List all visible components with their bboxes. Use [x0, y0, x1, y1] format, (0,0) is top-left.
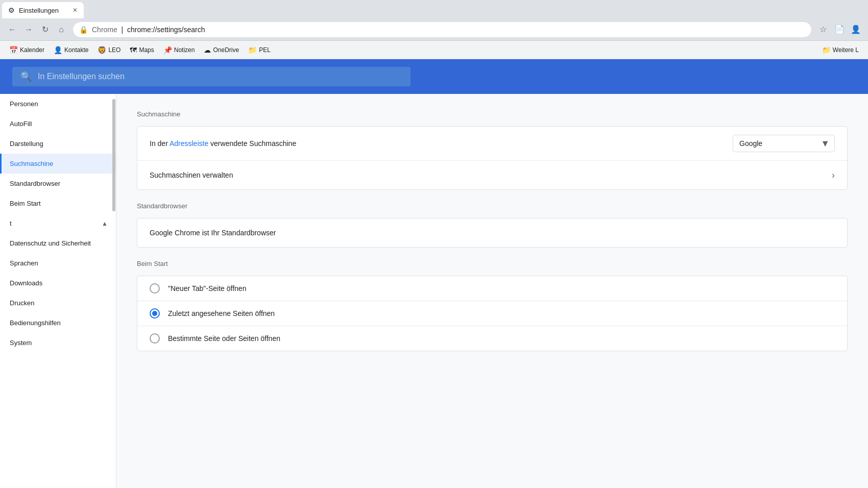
pel-label: PEL	[259, 46, 271, 54]
standardbrowser-section-title: Standardbrowser	[137, 202, 848, 210]
nav-buttons: ← → ↻ ⌂	[5, 22, 68, 37]
beim-start-card: "Neuer Tab"-Seite öffnen Zuletzt angeseh…	[137, 276, 848, 351]
onedrive-icon: ☁	[204, 46, 211, 54]
bookmark-star-button[interactable]: ☆	[816, 22, 830, 37]
pel-icon: 📁	[248, 46, 257, 54]
address-lock-icon: 🔒	[79, 26, 88, 34]
bookmark-kalender[interactable]: 📅 Kalender	[5, 44, 49, 56]
standardbrowser-message-row: Google Chrome ist Ihr Standardbrowser	[137, 218, 847, 247]
profile-button[interactable]: 👤	[849, 22, 863, 37]
settings-main: Suchmaschine In der Adressleiste verwend…	[116, 94, 868, 488]
sidebar-item-autofill[interactable]: AutoFill	[0, 114, 116, 134]
sidebar-item-drucken[interactable]: Drucken	[0, 293, 116, 313]
maps-label: Maps	[139, 46, 154, 54]
chrome-label: Chrome	[92, 26, 117, 34]
settings-sidebar: Personen AutoFill Darstellung Suchmaschi…	[0, 94, 116, 488]
address-bar-post: verwendete Suchmaschine	[208, 139, 296, 148]
address-bar-engine-row: In der Adressleiste verwendete Suchmasch…	[137, 127, 847, 161]
bookmark-notizen[interactable]: 📌 Notizen	[159, 44, 199, 56]
radio-row-bestimmte[interactable]: Bestimmte Seite oder Seiten öffnen	[137, 326, 847, 351]
radio-neuer-tab-label: "Neuer Tab"-Seite öffnen	[168, 284, 246, 292]
bookmarks-bar: 📅 Kalender 👤 Kontakte 🦁 LEO 🗺 Maps 📌 Not…	[0, 41, 868, 59]
radio-zuletzt[interactable]	[150, 308, 160, 319]
settings-search-input[interactable]	[38, 72, 402, 81]
sidebar-item-standardbrowser[interactable]: Standardbrowser	[0, 174, 116, 193]
sidebar-item-personen[interactable]: Personen	[0, 94, 116, 114]
sidebar-item-darstellung[interactable]: Darstellung	[0, 134, 116, 154]
bookmark-onedrive[interactable]: ☁ OneDrive	[200, 44, 243, 56]
beim-start-section-title: Beim Start	[137, 260, 848, 267]
kalender-icon: 📅	[9, 46, 18, 54]
engine-select[interactable]: Google Bing Yahoo DuckDuckGo	[733, 135, 835, 152]
browser-actions: ☆ 📄 👤	[816, 22, 863, 37]
address-path: chrome://settings/search	[127, 26, 205, 34]
active-tab[interactable]: ⚙ Einstellungen ✕	[2, 2, 84, 18]
bookmarks-more[interactable]: 📁 Weitere L	[818, 44, 863, 56]
radio-row-neuer-tab[interactable]: "Neuer Tab"-Seite öffnen	[137, 276, 847, 301]
sidebar-item-bedienungshilfen[interactable]: Bedienungshilfen	[0, 313, 116, 333]
radio-bestimmte-label: Bestimmte Seite oder Seiten öffnen	[168, 334, 280, 343]
kontakte-icon: 👤	[54, 46, 62, 54]
expand-icon: ▲	[102, 220, 108, 227]
radio-zuletzt-label: Zuletzt angesehene Seiten öffnen	[168, 309, 275, 318]
settings-layout: 🔍 Personen AutoFill Darstellung Suchmasc…	[0, 59, 868, 488]
notizen-icon: 📌	[163, 46, 172, 54]
adressleiste-link[interactable]: Adressleiste	[170, 139, 208, 148]
sidebar-item-downloads[interactable]: Downloads	[0, 273, 116, 293]
forward-button[interactable]: →	[21, 22, 36, 37]
onedrive-label: OneDrive	[213, 46, 239, 54]
address-bar[interactable]: 🔒 Chrome | chrome://settings/search	[73, 21, 812, 38]
bookmark-pel[interactable]: 📁 PEL	[244, 44, 275, 56]
address-separator: |	[119, 26, 125, 34]
sidebar-item-datenschutz[interactable]: Datenschutz und Sicherheit	[0, 233, 116, 253]
address-bar-pre: In der	[150, 139, 170, 148]
kalender-label: Kalender	[20, 46, 44, 54]
manage-engines-chevron: ›	[832, 170, 835, 181]
tab-title: Einstellungen	[19, 7, 68, 14]
sidebar-item-suchmaschine[interactable]: Suchmaschine	[0, 154, 116, 174]
tab-favicon: ⚙	[8, 6, 15, 14]
suchmaschine-section-title: Suchmaschine	[137, 110, 848, 118]
leo-label: LEO	[108, 46, 120, 54]
bookmark-leo[interactable]: 🦁 LEO	[93, 44, 125, 56]
back-button[interactable]: ←	[5, 22, 19, 37]
standardbrowser-message: Google Chrome ist Ihr Standardbrowser	[150, 229, 835, 237]
sidebar-item-system[interactable]: System	[0, 333, 116, 353]
bookmark-kontakte[interactable]: 👤 Kontakte	[50, 44, 92, 56]
home-button[interactable]: ⌂	[54, 22, 68, 37]
radio-bestimmte[interactable]	[150, 333, 160, 344]
sidebar-item-beim-start[interactable]: Beim Start	[0, 193, 116, 213]
suchmaschine-card: In der Adressleiste verwendete Suchmasch…	[137, 126, 848, 190]
sidebar-scrollbar-thumb	[112, 99, 115, 211]
address-bar-engine-label: In der Adressleiste verwendete Suchmasch…	[150, 139, 733, 148]
settings-search-icon: 🔍	[20, 71, 32, 82]
address-bar-text: Chrome | chrome://settings/search	[92, 26, 805, 34]
leo-icon: 🦁	[98, 46, 106, 54]
more-folder-icon: 📁	[822, 46, 831, 54]
tab-close-button[interactable]: ✕	[73, 7, 78, 14]
sidebar-scrollbar[interactable]	[112, 94, 116, 488]
settings-body: Personen AutoFill Darstellung Suchmaschi…	[0, 94, 868, 488]
pdf-viewer-button[interactable]: 📄	[832, 22, 847, 37]
bookmarks-more-label: Weitere L	[833, 46, 859, 54]
settings-header: 🔍	[0, 59, 868, 94]
reload-button[interactable]: ↻	[38, 22, 52, 37]
settings-search-box[interactable]: 🔍	[12, 67, 411, 86]
sidebar-item-erweitert[interactable]: t ▲	[0, 213, 116, 233]
maps-icon: 🗺	[130, 46, 137, 54]
tab-bar: ⚙ Einstellungen ✕	[0, 0, 868, 18]
engine-select-wrapper: Google Bing Yahoo DuckDuckGo ▼	[733, 135, 835, 152]
standardbrowser-card: Google Chrome ist Ihr Standardbrowser	[137, 218, 848, 248]
manage-engines-label: Suchmaschinen verwalten	[150, 171, 832, 179]
kontakte-label: Kontakte	[64, 46, 88, 54]
browser-chrome: ← → ↻ ⌂ 🔒 Chrome | chrome://settings/sea…	[0, 18, 868, 41]
radio-neuer-tab[interactable]	[150, 283, 160, 294]
sidebar-item-sprachen[interactable]: Sprachen	[0, 253, 116, 273]
radio-row-zuletzt[interactable]: Zuletzt angesehene Seiten öffnen	[137, 301, 847, 326]
notizen-label: Notizen	[174, 46, 195, 54]
bookmark-maps[interactable]: 🗺 Maps	[126, 44, 158, 56]
manage-engines-row[interactable]: Suchmaschinen verwalten ›	[137, 161, 847, 189]
